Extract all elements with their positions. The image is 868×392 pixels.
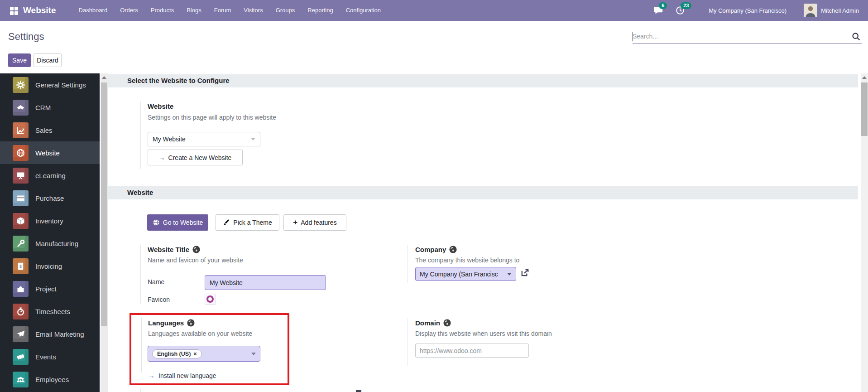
setting-box-divider [140,389,141,392]
create-new-website-label: Create a New Website [168,154,232,161]
website-select-label: Website [148,102,173,110]
scroll-up-arrow-icon[interactable] [862,76,867,79]
sidebar-item-label: Website [35,149,60,157]
website-title-help: Name and favicon of your website [148,256,243,264]
sidebar-item[interactable]: Events [0,345,100,368]
open-company-record[interactable] [520,267,530,280]
nav-menu-item[interactable]: Reporting [301,0,339,21]
sidebar-item[interactable]: $ Invoicing [0,255,100,277]
search-input[interactable] [633,30,845,43]
sidebar-item[interactable]: Inventory [0,209,100,232]
website-select-value: My Website [153,136,251,143]
app-tile-icon [13,100,29,116]
app-tile-icon [13,236,29,252]
nav-menu-item[interactable]: Configuration [340,0,387,21]
section-title: Website [127,189,153,196]
company-label: Company [415,246,457,253]
nav-menu-item[interactable]: Visitors [237,0,269,21]
company-switcher[interactable]: My Company (San Francisco) [709,7,786,14]
pick-theme-button[interactable]: Pick a Theme [216,214,279,231]
apps-grid-icon[interactable] [10,7,18,15]
nav-menu-item[interactable]: Blogs [180,0,208,21]
app-tile-icon [13,304,29,319]
language-tag-label: English (US) [157,351,191,357]
add-features-label: Add features [301,219,336,226]
settings-sidebar: General Settings CRM Sales Website eLear… [0,73,100,392]
inner-scrollbar[interactable] [101,73,108,392]
app-tile-icon [13,122,29,138]
section-header-select-website: Select the Website to Configure [108,74,858,87]
search-icon[interactable] [851,32,861,43]
globe-help-icon[interactable] [449,246,457,253]
add-features-button[interactable]: + Add features [283,214,346,231]
nav-menu-item[interactable]: Products [144,0,180,21]
sidebar-item[interactable]: Email Marketing [0,323,100,345]
label-text: Website Title [148,246,189,253]
languages-multiselect[interactable]: English (US) × [148,346,260,362]
sidebar-item[interactable]: eLearning [0,164,100,187]
globe-help-icon[interactable] [192,246,200,253]
language-tag[interactable]: English (US) × [152,349,202,358]
nav-menu-item[interactable]: Groups [269,0,302,21]
go-to-website-button[interactable]: Go to Website [147,214,208,231]
sidebar-item-label: Events [35,353,56,361]
setting-box-divider [140,245,141,304]
install-new-language-link[interactable]: → Install new language [148,372,216,379]
globe-help-icon[interactable] [443,319,451,327]
name-label: Name [148,278,164,286]
scroll-up-arrow-icon[interactable] [102,76,106,79]
nav-menu-item[interactable]: Forum [208,0,238,21]
sidebar-item[interactable]: Timesheets [0,300,100,323]
activities-icon[interactable]: 23 [675,5,685,15]
sidebar-item[interactable]: General Settings [0,73,100,96]
website-name-input[interactable] [205,275,326,290]
label-text: Company [415,246,446,253]
app-tile-icon [13,349,29,365]
sidebar-item[interactable]: Employees [0,368,100,391]
top-navbar: Website DashboardOrdersProductsBlogsForu… [0,0,868,21]
sidebar-item-label: eLearning [35,172,66,179]
setting-box-divider [382,389,382,392]
save-button[interactable]: Save [8,53,31,67]
app-tile-icon [13,145,29,161]
company-select-value: My Company (San Francisc [420,271,507,278]
app-tile-icon [13,190,29,206]
company-help: The company this website belongs to [415,256,519,264]
user-menu[interactable]: Mitchell Admin [821,7,859,14]
nav-menu-item[interactable]: Dashboard [72,0,114,21]
app-tile-icon [13,213,29,229]
globe-icon [153,219,160,226]
create-new-website-button[interactable]: → Create a New Website [148,150,243,165]
app-brand[interactable]: Website [23,5,56,15]
sidebar-item[interactable]: Manufacturing [0,232,100,255]
nav-menu-item[interactable]: Orders [114,0,144,21]
avatar[interactable] [804,4,817,17]
messages-badge: 6 [659,2,667,9]
website-select[interactable]: My Website [148,132,260,146]
domain-input[interactable] [415,344,529,358]
globe-help-icon[interactable] [187,319,195,327]
discard-button[interactable]: Discard [34,53,62,67]
languages-help: Languages available on your website [148,330,252,337]
sidebar-item[interactable]: Purchase [0,187,100,209]
sidebar-item-label: Employees [35,376,69,383]
text-caret [633,32,633,41]
page-scrollbar[interactable] [861,73,868,392]
pick-theme-label: Pick a Theme [233,219,272,226]
company-select[interactable]: My Company (San Francisc [415,267,516,281]
favicon-uploader[interactable] [205,294,216,305]
sidebar-item[interactable]: Project [0,277,100,300]
messages-icon[interactable]: 6 [653,5,663,15]
app-tile-icon [13,168,29,184]
sidebar-item[interactable]: CRM [0,96,100,119]
scrollbar-thumb[interactable] [861,82,868,136]
sidebar-item[interactable]: Sales [0,119,100,141]
app-tile-icon [13,281,29,297]
app-tile-icon: $ [13,258,29,274]
sidebar-item[interactable]: Website [0,141,100,164]
favicon-image [206,295,214,303]
remove-tag-icon[interactable]: × [193,351,197,357]
sidebar-item-label: Sales [35,126,53,134]
scrollbar-thumb[interactable] [101,82,107,326]
avatar-image [804,4,817,17]
